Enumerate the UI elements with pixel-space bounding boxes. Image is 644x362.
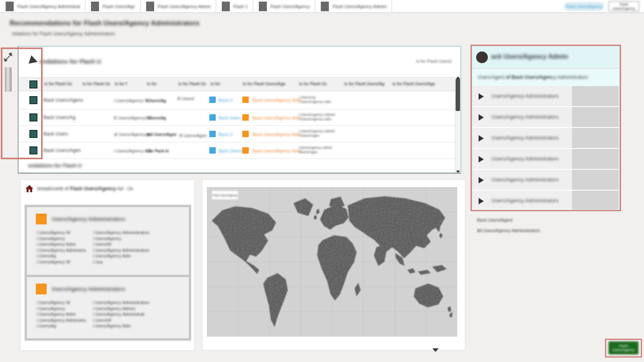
expandable-list-item[interactable]: Users/Agency Administrators (472, 107, 619, 128)
tab-5[interactable]: Flash Users/Agency (253, 0, 315, 12)
table-row[interactable]: Back Users/Agen i Users/Agency Adi i for… (19, 142, 456, 159)
group-block[interactable]: Users/Agency Administrators i Users/Agen… (27, 277, 189, 338)
column-header[interactable]: is for Flash Us (299, 82, 327, 86)
row-blue-link[interactable]: Back U (219, 98, 233, 103)
column-header[interactable]: is for Flash Us (178, 82, 206, 86)
world-map[interactable]: Flash Users/Agency (207, 187, 457, 337)
blue-status-icon (209, 97, 216, 103)
list-item-label: Users/Agency Administrators (491, 135, 559, 141)
column-header[interactable]: is for Flash Users/Ag (344, 82, 384, 86)
group-title: Users/Agency Administrators (52, 286, 125, 292)
table-scrollbar[interactable] (455, 77, 460, 173)
table-row[interactable]: Back Users di Users/Agency A iadi Users/… (19, 126, 456, 142)
home-icon[interactable] (25, 185, 33, 194)
blue-status-icon (209, 147, 216, 154)
column-header[interactable]: is for Flash Users/Aga (392, 82, 435, 86)
app-window-icon (6, 2, 14, 11)
scrollbar-thumb[interactable] (456, 79, 460, 111)
scroll-down-caret-icon[interactable] (432, 348, 439, 352)
list-item-label: Users/Agency Administrators (491, 156, 559, 162)
expandable-list-item[interactable]: Users/Agency Administrators (472, 191, 619, 210)
chevron-right-icon[interactable] (479, 93, 484, 100)
column-header[interactable]: is for Flash Us (44, 82, 72, 86)
row-name: Back Users/Agen (43, 148, 81, 153)
row-blue-link[interactable]: Back Users (219, 115, 241, 120)
list-item-value-placeholder (572, 149, 619, 169)
page-subtitle: indations for Flash Users/Agency Adminis… (12, 31, 115, 37)
group-links-left[interactable]: i Users/Agency W i Users/Agency i Users/… (37, 300, 86, 329)
drag-handle[interactable] (5, 67, 12, 92)
group-title: Users/Agency Administrators (52, 216, 125, 222)
tab-2[interactable]: Flash Users/Agc (85, 0, 140, 12)
row-orange-link[interactable]: Back Users/Agency Adm (252, 98, 301, 103)
breadcrumb: breadcrumb of Flash Users/Agency Ad - Us (37, 186, 133, 191)
avatar (476, 51, 488, 63)
chevron-right-icon[interactable] (479, 177, 484, 183)
groups-container: Users/Agency Administrators i Users/Agen… (25, 205, 191, 341)
tab-1[interactable]: Flash Users/Agency Administrat (0, 0, 85, 12)
group-links-right[interactable]: i Users/Agency Administrators i Users/Ag… (93, 230, 149, 265)
chevron-right-icon[interactable] (479, 135, 484, 142)
group-block[interactable]: Users/Agency Administrators i Users/Agen… (27, 207, 189, 275)
app-window-icon (146, 2, 154, 11)
row-notes: i Users/Agency Adminii Users/Agency Adm (299, 113, 335, 121)
table-header-row: is for Flash Us is for Flash Us is for f… (19, 77, 456, 91)
expandable-list-item[interactable]: Users/Agency Administrators (472, 86, 619, 107)
column-header[interactable]: is for Flash Us (83, 82, 110, 86)
section-play-icon[interactable] (29, 55, 39, 66)
group-links-left[interactable]: i Users/Agency W i Users/Agency i Users/… (37, 230, 86, 265)
scroll-down-icon[interactable] (456, 171, 460, 173)
column-header[interactable]: is for Flash Users/Aga (243, 82, 285, 86)
map-legend-label: Flash Users/Agency (211, 190, 239, 200)
row-detail: B Users/ (178, 96, 194, 101)
column-header[interactable]: is for f (115, 82, 127, 86)
chevron-right-icon[interactable] (479, 156, 484, 162)
group-links-right[interactable]: i Users/Agency Administrators i Users/Ag… (93, 300, 149, 329)
row-checkbox[interactable] (29, 96, 37, 104)
topbar-pill-button[interactable]: Flash Users/Agency (564, 2, 604, 11)
row-notes: Users/Agency AdminUsers/Agen (299, 146, 332, 154)
app-window-icon (91, 2, 99, 11)
tab-label: Flash Users/Agency Administrat (17, 4, 80, 9)
orange-status-icon (242, 147, 249, 154)
expandable-list-item[interactable]: Users/Agency Administrators (472, 149, 619, 169)
tab-3[interactable]: Flash Users/Agency Admin (140, 0, 216, 12)
app-window-icon (222, 2, 230, 11)
blue-status-icon (209, 131, 216, 137)
column-header[interactable]: is for (211, 82, 220, 86)
column-header[interactable]: is for (147, 82, 157, 86)
details-title: ack Users/Agency Admin (491, 53, 568, 60)
select-all-checkbox[interactable] (29, 80, 37, 88)
expandable-list-item[interactable]: Users/Agency Administrators (472, 170, 619, 190)
below-panel-link[interactable]: All Users/Agency Administrators (477, 228, 540, 233)
row-orange-link[interactable]: Back Users/Agency Adm (252, 148, 301, 153)
tab-label: Flash Users/Agc (103, 4, 135, 9)
table-row[interactable]: Back Users/Ag B Users/Agency W i Users/A… (19, 109, 456, 126)
row-name: Back Users (43, 131, 68, 137)
chevron-right-icon[interactable] (479, 198, 484, 204)
list-item-label: Users/Agency Administrators (491, 93, 559, 99)
row-orange-link[interactable]: Back Users/Agency Adm (252, 115, 301, 120)
row-detail: B Users/Agen (180, 133, 207, 138)
tab-label: Flash Users/Agency (270, 4, 310, 9)
tab-4[interactable]: Flash 1 (216, 0, 253, 12)
row-blue-link[interactable]: Back Users/B (219, 148, 246, 153)
below-panel-link[interactable]: Back Users/Agent (477, 218, 512, 222)
row-orange-link[interactable]: Back Users/Agency Adm (252, 132, 301, 137)
row-checkbox[interactable] (29, 130, 37, 138)
chevron-right-icon[interactable] (479, 114, 484, 121)
table-row[interactable]: Back Users/Agens i Users/Agency W i User… (19, 91, 456, 109)
topbar-outline-button[interactable]: Flash Users/Agency (609, 1, 639, 11)
tab-6[interactable]: Flash Users/Agency Admini (315, 0, 392, 12)
app-window-icon (259, 2, 267, 11)
expand-icon[interactable] (3, 51, 13, 64)
primary-action-button[interactable]: Flash Users/Agency (609, 341, 638, 354)
row-checkbox[interactable] (29, 146, 37, 154)
row-blue-link[interactable]: Back U (219, 132, 233, 137)
page-title: Recommendations for Flash Users/Agency A… (10, 19, 200, 27)
tab-bar: Flash Users/Agency Administrat Flash Use… (0, 0, 644, 13)
map-card: Flash Users/Agency (202, 179, 465, 350)
row-checkbox[interactable] (29, 113, 37, 121)
details-subheader: Users/Agent of Back Users/Agency Adminis… (472, 69, 619, 86)
expandable-list-item[interactable]: Users/Agency Administrators (472, 128, 619, 148)
